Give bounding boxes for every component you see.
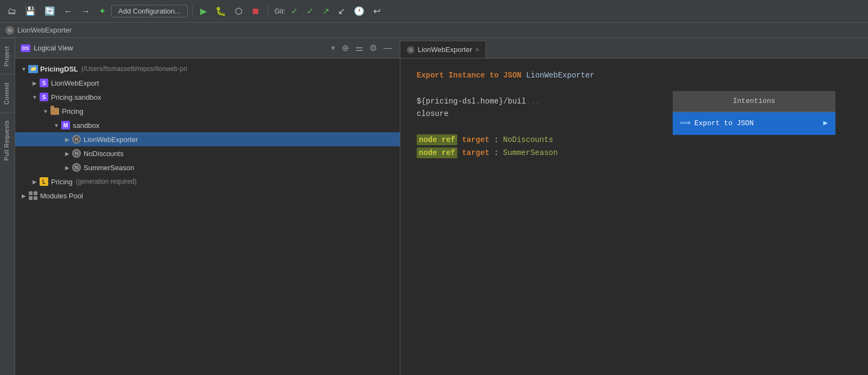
pricing-sandbox-label: Pricing.sandbox: [51, 93, 101, 101]
git-label: Git:: [275, 7, 285, 15]
tree-add-btn[interactable]: ⊕: [340, 42, 351, 54]
play-btn[interactable]: ▶: [197, 4, 210, 18]
tree-header-actions: ⊕ ⚌ ⚙ —: [340, 42, 394, 54]
modules-pool-icon: [28, 191, 38, 200]
summerseason-chevron-icon: ▶: [63, 163, 72, 172]
lionwebexport-icon: S: [39, 79, 49, 87]
pricing-folder-icon: [50, 107, 60, 115]
separator-2: [267, 5, 268, 18]
nodiscounts-icon: N: [72, 149, 81, 158]
lionwebexport-chevron-icon: ▶: [30, 79, 39, 87]
editor-content[interactable]: Export Instance to JSON LionWebExporter …: [400, 59, 868, 375]
tree-item-nodiscounts[interactable]: ▶ N NoDiscounts: [15, 146, 400, 160]
tree-body: ▼ 📁 PricingDSL (/Users/ftomassetti/repos…: [15, 59, 400, 375]
sidebar-item-project[interactable]: Project: [0, 38, 15, 74]
git-undo-btn[interactable]: ↩: [370, 4, 384, 18]
pricing-folder-label: Pricing: [62, 107, 84, 115]
editor-tab-lionwebexporter[interactable]: N LionWebExporter ×: [400, 41, 486, 58]
back-btn[interactable]: ←: [61, 4, 76, 18]
pricingdsl-label: PricingDSL: [40, 65, 78, 73]
modules-pool-label: Modules Pool: [40, 192, 83, 200]
separator-1: [192, 5, 193, 18]
git-push-btn[interactable]: ↗: [319, 4, 333, 18]
intentions-item-submenu-icon: ▶: [824, 117, 828, 130]
lionwebexporter-label: LionWebExporter: [84, 135, 138, 144]
side-panels: Project Commit Pull Requests: [0, 38, 15, 375]
summerseason-icon: N: [72, 163, 81, 172]
editor-area: N LionWebExporter × Export Instance to J…: [400, 38, 868, 375]
tree-item-lionwebexporter[interactable]: ▶ N LionWebExporter: [15, 132, 400, 146]
summerseason-label: SummerSeason: [84, 164, 134, 172]
pricing2-hint: (generation required): [76, 178, 137, 185]
tree-header-icon: DS: [21, 44, 30, 52]
sync-btn[interactable]: 🔄: [41, 4, 59, 18]
stop-btn[interactable]: ⏹: [248, 4, 263, 18]
save-btn[interactable]: 💾: [22, 4, 39, 18]
tab-icon: N: [407, 46, 414, 54]
project-tree: DS Logical View ▼ ⊕ ⚌ ⚙ — ▼ 📁 PricingDSL…: [15, 38, 400, 375]
tab-close-btn[interactable]: ×: [475, 46, 479, 54]
open-folder-btn[interactable]: 🗂: [4, 4, 20, 18]
tree-minimize-btn[interactable]: —: [381, 42, 394, 54]
sandbox-label: sandbox: [73, 121, 99, 130]
tree-item-summerseason[interactable]: ▶ N SummerSeason: [15, 160, 400, 174]
pricingdsl-folder-icon: 📁: [28, 64, 38, 73]
lionwebexporter-chevron-icon: ▶: [63, 135, 72, 144]
sandbox-icon: M: [61, 121, 71, 130]
toolbar: 🗂 💾 🔄 ← → ✦ Add Configuration... ▶ 🐛 ⬡ ⏹…: [0, 0, 868, 23]
intentions-header: Intentions: [673, 91, 835, 112]
export-to-json-icon: ⟹: [680, 119, 690, 128]
pricingdsl-path: (/Users/ftomassetti/repos/lionweb-pri: [81, 65, 187, 73]
tree-item-pricing2[interactable]: ▶ L Pricing (generation required): [15, 174, 400, 189]
debug-btn[interactable]: 🐛: [212, 4, 229, 18]
nodiscounts-label: NoDiscounts: [84, 150, 124, 158]
code-line-1: Export Instance to JSON LionWebExporter: [417, 69, 852, 82]
tree-item-sandbox[interactable]: ▼ M sandbox: [15, 118, 400, 132]
editor-tabs: N LionWebExporter ×: [400, 38, 868, 59]
sandbox-chevron-icon: ▼: [52, 121, 61, 130]
tree-item-lionwebexport[interactable]: ▶ S LionWebExport: [15, 76, 400, 90]
git-fetch-btn[interactable]: ↙: [335, 4, 348, 18]
main-area: Project Commit Pull Requests DS Logical …: [0, 38, 868, 375]
git-history-btn[interactable]: 🕐: [350, 4, 368, 18]
nodiscounts-chevron-icon: ▶: [63, 149, 72, 158]
tree-settings-btn[interactable]: ⚙: [367, 42, 379, 54]
code-line-7: node ref target : SummerSeason: [417, 147, 852, 160]
pricing2-icon: L: [39, 177, 49, 186]
breadcrumb-bar: N LionWebExporter: [0, 23, 868, 38]
modules-pool-chevron-icon: ▶: [20, 191, 28, 200]
sidebar-item-commit[interactable]: Commit: [0, 74, 15, 112]
lionwebexport-label: LionWebExport: [51, 79, 99, 87]
pricing2-label: Pricing: [51, 178, 73, 186]
lionwebexporter-icon: N: [72, 135, 81, 144]
git-check2-btn[interactable]: ✓: [303, 4, 317, 18]
tree-filter-btn[interactable]: ⚌: [353, 42, 365, 54]
profile-btn[interactable]: ⬡: [232, 4, 246, 18]
tree-item-pricing-sandbox[interactable]: ▼ S Pricing.sandbox: [15, 90, 400, 104]
tree-header-title: Logical View: [34, 44, 326, 52]
tree-item-pricing-folder[interactable]: ▼ Pricing: [15, 104, 400, 118]
intentions-item-export-to-json[interactable]: ⟹ Export to JSON ▶: [673, 112, 835, 135]
pricing-sandbox-icon: S: [39, 93, 49, 101]
logical-view-chevron-icon[interactable]: ▼: [330, 44, 336, 52]
intentions-item-label: Export to JSON: [694, 118, 754, 130]
code-line-6: node ref target : NoDiscounts: [417, 134, 852, 147]
run-config-arrow[interactable]: ✦: [95, 4, 109, 18]
forward-btn[interactable]: →: [78, 4, 93, 18]
pricing-folder-chevron-icon: ▼: [41, 107, 50, 115]
sidebar-item-pull-requests[interactable]: Pull Requests: [0, 112, 15, 168]
tree-item-modules-pool[interactable]: ▶ Modules Pool: [15, 189, 400, 203]
pricing-sandbox-chevron-icon: ▼: [30, 93, 39, 101]
intentions-popup: Intentions ⟹ Export to JSON ▶: [673, 91, 835, 135]
tab-title: LionWebExporter: [418, 46, 472, 54]
breadcrumb-icon: N: [5, 26, 14, 35]
breadcrumb-text: LionWebExporter: [17, 26, 72, 34]
pricing2-chevron-icon: ▶: [30, 177, 39, 186]
tree-item-pricingdsl[interactable]: ▼ 📁 PricingDSL (/Users/ftomassetti/repos…: [15, 62, 400, 76]
tree-header: DS Logical View ▼ ⊕ ⚌ ⚙ —: [15, 38, 400, 59]
git-check1-btn[interactable]: ✓: [288, 4, 301, 18]
run-config-btn[interactable]: Add Configuration...: [111, 5, 188, 17]
pricingdsl-chevron-icon: ▼: [20, 64, 28, 73]
